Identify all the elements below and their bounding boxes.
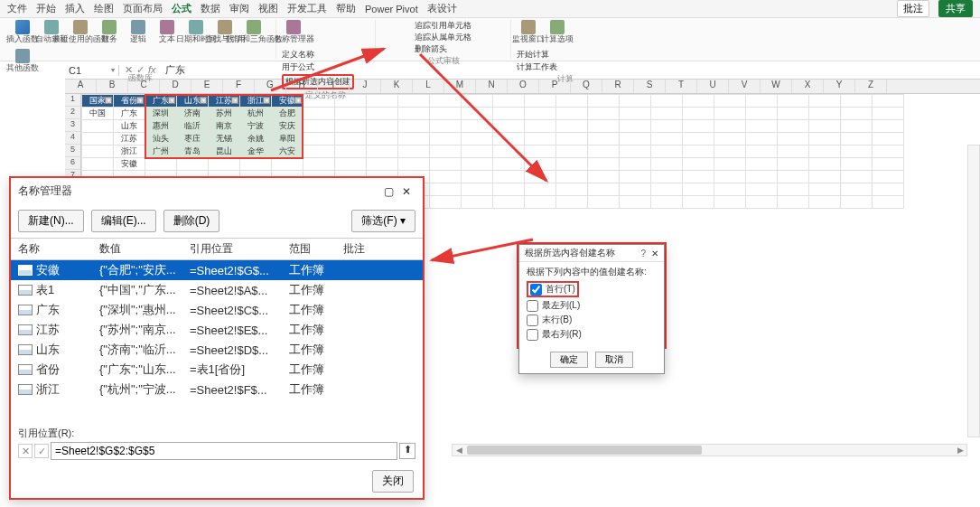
help-icon[interactable]: ? xyxy=(640,249,646,258)
cell[interactable] xyxy=(841,95,873,108)
cell[interactable] xyxy=(525,158,556,171)
cell[interactable] xyxy=(588,171,620,183)
cell[interactable] xyxy=(651,108,683,120)
column-header[interactable]: Y xyxy=(824,80,855,93)
formula-input[interactable]: 广东 xyxy=(162,63,980,77)
table-header-cell[interactable]: 广东▾ xyxy=(145,95,177,108)
cell[interactable] xyxy=(588,108,620,120)
cell[interactable] xyxy=(714,95,746,108)
cell[interactable] xyxy=(493,158,525,171)
list-item[interactable]: 山东{"济南";"临沂...=Sheet2!$D$...工作簿 xyxy=(11,340,423,360)
column-header[interactable]: R xyxy=(602,80,634,93)
cell[interactable] xyxy=(841,120,873,133)
cell[interactable] xyxy=(683,196,714,209)
filter-button[interactable]: 筛选(F) ▾ xyxy=(351,210,415,232)
column-header[interactable]: U xyxy=(697,80,729,93)
cell[interactable] xyxy=(556,171,588,183)
cell[interactable] xyxy=(335,133,367,146)
cell[interactable] xyxy=(746,120,778,133)
column-header[interactable]: C xyxy=(128,80,160,93)
ribbon-more[interactable]: 其他函数 xyxy=(11,49,34,72)
cell[interactable] xyxy=(82,120,114,133)
cell[interactable] xyxy=(430,108,462,120)
cell[interactable] xyxy=(462,133,493,146)
cell[interactable] xyxy=(873,183,904,196)
cell[interactable] xyxy=(841,183,873,196)
cell[interactable] xyxy=(746,196,778,209)
menu-developer[interactable]: 开发工具 xyxy=(287,2,327,15)
cell[interactable] xyxy=(556,158,588,171)
name-box-dropdown-icon[interactable]: ▾ xyxy=(111,66,115,74)
cell[interactable] xyxy=(683,158,714,171)
menu-powerpivot[interactable]: Power Pivot xyxy=(365,4,418,14)
cell[interactable] xyxy=(873,95,904,108)
cell[interactable]: 枣庄 xyxy=(177,133,209,146)
cell[interactable] xyxy=(430,133,462,146)
column-header[interactable]: P xyxy=(539,80,571,93)
cell[interactable]: 惠州 xyxy=(145,120,177,133)
cell[interactable] xyxy=(651,183,683,196)
cell[interactable] xyxy=(873,108,904,120)
cell[interactable] xyxy=(556,108,588,120)
cell[interactable] xyxy=(873,133,904,146)
cell[interactable] xyxy=(335,120,367,133)
enter-icon[interactable]: ✓ xyxy=(136,64,145,76)
list-item[interactable]: 表1{"中国","广东...=Sheet2!$A$...工作簿 xyxy=(11,280,423,300)
column-header[interactable]: J xyxy=(350,80,381,93)
cell[interactable] xyxy=(462,146,493,158)
name-box[interactable]: C1 ▾ xyxy=(65,65,119,76)
cell[interactable] xyxy=(177,158,209,171)
ribbon-recent[interactable]: 最近使用的函数 xyxy=(69,20,92,43)
cell[interactable] xyxy=(303,120,335,133)
cell[interactable] xyxy=(746,171,778,183)
cell[interactable] xyxy=(462,171,493,183)
ribbon-insert-function[interactable]: 插入函数 xyxy=(11,20,34,43)
cell[interactable] xyxy=(556,95,588,108)
vertical-scrollbar[interactable] xyxy=(967,145,980,437)
ribbon-trace-precedents[interactable]: 追踪引用单元格 xyxy=(415,20,471,32)
col-name[interactable]: 名称 xyxy=(18,241,99,257)
cell[interactable] xyxy=(493,196,525,209)
table-header-cell[interactable]: 山东▾ xyxy=(177,95,209,108)
ok-button[interactable]: 确定 xyxy=(550,352,588,368)
cell[interactable] xyxy=(683,133,714,146)
cell[interactable] xyxy=(525,196,556,209)
cell[interactable] xyxy=(145,158,177,171)
cell[interactable]: 临沂 xyxy=(177,120,209,133)
list-item[interactable]: 省份{"广东";"山东...=表1[省份]工作簿 xyxy=(11,360,423,380)
table-header-cell[interactable]: 浙江▾ xyxy=(240,95,272,108)
ref-input[interactable] xyxy=(51,442,397,460)
cell[interactable] xyxy=(809,158,841,171)
cell[interactable] xyxy=(430,146,462,158)
cell[interactable] xyxy=(778,108,809,120)
ref-picker-icon[interactable]: ⬆ xyxy=(399,443,415,459)
ribbon-calc-now[interactable]: 开始计算 xyxy=(517,49,557,61)
cell[interactable] xyxy=(714,171,746,183)
cell[interactable] xyxy=(683,95,714,108)
cell[interactable] xyxy=(367,158,398,171)
cell[interactable] xyxy=(683,146,714,158)
cancel-icon[interactable]: ✕ xyxy=(125,64,133,76)
cell[interactable]: 中国 xyxy=(82,108,114,120)
cell[interactable] xyxy=(620,95,651,108)
table-header-cell[interactable]: 国家▾ xyxy=(82,95,114,108)
column-header[interactable]: M xyxy=(444,80,476,93)
cell[interactable] xyxy=(778,120,809,133)
cell[interactable] xyxy=(82,133,114,146)
opt-bottom-row[interactable]: 末行(B) xyxy=(527,314,657,326)
cell[interactable] xyxy=(82,146,114,158)
column-header[interactable]: D xyxy=(160,80,191,93)
list-item[interactable]: 浙江{"杭州";"宁波...=Sheet2!$F$...工作簿 xyxy=(11,380,423,399)
row-header[interactable]: 3 xyxy=(65,119,81,132)
cell[interactable] xyxy=(430,183,462,196)
filter-dropdown-icon[interactable]: ▾ xyxy=(231,97,238,104)
column-header[interactable]: Q xyxy=(571,80,602,93)
table-header-cell[interactable]: 江苏▾ xyxy=(209,95,240,108)
cell[interactable] xyxy=(525,120,556,133)
cell[interactable] xyxy=(525,146,556,158)
ref-accept-icon[interactable]: ✓ xyxy=(34,444,49,458)
cell[interactable] xyxy=(525,95,556,108)
cell[interactable]: 昆山 xyxy=(209,146,240,158)
cell[interactable] xyxy=(367,133,398,146)
row-header[interactable]: 5 xyxy=(65,145,81,157)
